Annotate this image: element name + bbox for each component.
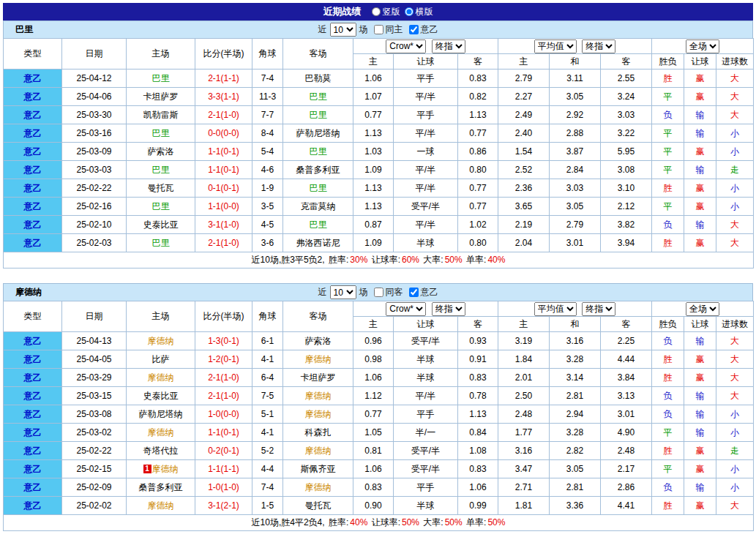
summary-part: 30% [350,255,367,265]
result-goals: 大 [716,332,754,350]
summary-part: 胜率: [326,255,349,265]
avg-home-odds: 1.84 [498,350,550,369]
match-date: 25-03-09 [62,143,127,161]
match-score: 3-3(1-1) [195,88,252,106]
col-corner: 角球 [252,301,283,332]
same-home-label: 同主 [386,23,403,36]
avg-away-odds: 4.90 [601,424,652,442]
col-eu-away: 客 [601,317,652,332]
vertical-layout-radio[interactable] [372,7,381,16]
avg-draw-odds: 3.05 [550,460,601,478]
asian-handicap-line: 一球 [394,143,458,161]
asian-away-odds: 0.80 [458,234,498,252]
match-score: 3-1(1-0) [195,216,252,234]
scope-select[interactable]: 全场 [686,302,719,316]
match-count-select[interactable]: 10 [330,285,356,299]
away-team: 摩德纳 [283,350,353,369]
layout-option-vertical[interactable]: 竖版 [372,6,400,18]
section-header-bar: 巴里 近 10 场 同主 意乙 [3,20,753,38]
scope-header: 全场 [652,39,754,54]
match-count-select[interactable]: 10 [330,23,356,37]
asian-handicap-line: 平手 [394,106,458,124]
match-date: 25-04-12 [62,70,127,88]
euro-average-select[interactable]: 平均值 [534,40,577,53]
league-filter-checkbox[interactable] [409,288,419,297]
odds-stage-select[interactable]: 终指 [432,302,465,316]
asian-home-odds: 1.06 [353,460,394,478]
odds-provider-select[interactable]: Crow* [386,302,426,316]
corner-score: 7-4 [252,478,283,497]
match-date: 25-03-30 [62,106,127,124]
match-date: 25-03-08 [62,405,127,424]
euro-average-select[interactable]: 平均值 [534,302,577,316]
odds-provider-select[interactable]: Crow* [386,40,426,53]
match-score: 0-2(0-1) [195,442,252,460]
asian-handicap-line: 平手 [394,405,458,424]
match-date: 25-02-09 [62,478,127,497]
recent-matches-table: 类型 日期 主场 比分(半场) 角球 客场 Crow* 终指 平均值 终指 [3,301,754,531]
avg-home-odds: 2.52 [498,161,550,179]
euro-stage-select[interactable]: 终指 [582,302,615,316]
asian-away-odds: 0.77 [458,198,498,216]
corner-score: 4-4 [252,460,283,478]
avg-home-odds: 2.40 [498,124,550,143]
corner-score: 5-1 [252,405,283,424]
result-handicap: 赢 [684,369,716,387]
col-eu-draw: 和 [550,317,601,332]
corner-score: 6-4 [252,369,283,387]
home-team: 巴里 [127,70,195,88]
avg-away-odds: 3.24 [601,88,652,106]
result-win-draw-loss: 胜 [652,70,684,88]
league-type-cell: 意乙 [4,478,62,497]
summary-row: 近10场,胜3平5负2, 胜率:30% 让球率:60% 大率:50% 单率:40… [4,252,754,268]
asian-home-odds: 0.81 [353,442,394,460]
result-goals: 大 [716,369,754,387]
result-handicap: 输 [684,387,716,405]
league-type-cell: 意乙 [4,161,62,179]
league-filter-label: 意乙 [421,286,438,298]
match-row: 意乙25-02-22奇塔代拉0-2(0-1)5-2摩德纳0.81受平/半1.08… [4,442,754,460]
match-score: 2-1(1-0) [195,234,252,252]
horizontal-layout-radio[interactable] [405,7,413,16]
avg-home-odds: 2.50 [498,387,550,405]
home-team: 巴里 [127,198,195,216]
league-filter-checkbox[interactable] [409,25,419,34]
avg-draw-odds: 3.28 [550,424,601,442]
league-type-cell: 意乙 [4,350,62,369]
asian-handicap-line: 平/半 [394,124,458,143]
match-score: 1-1(0-1) [195,424,252,442]
match-row: 意乙25-04-05比萨1-2(0-1)4-1摩德纳0.98半球0.911.84… [4,350,754,369]
home-team: 摩德纳 [127,332,195,350]
euro-stage-select[interactable]: 终指 [582,40,615,53]
match-row: 意乙25-02-09桑普多利亚1-0(1-0)7-4摩德纳0.83平手1.062… [4,478,754,497]
match-score: 1-2(0-1) [195,350,252,369]
home-team: 史泰比亚 [127,387,195,405]
asian-handicap-line: 受平/半 [394,332,458,350]
odds-stage-select[interactable]: 终指 [432,40,465,53]
match-score: 2-1(1-0) [195,369,252,387]
scope-select[interactable]: 全场 [686,40,719,53]
top-bar: 近期战绩 竖版 横版 [3,3,753,20]
avg-draw-odds: 3.14 [550,369,601,387]
result-win-draw-loss: 平 [652,424,684,442]
asian-home-odds: 1.13 [353,198,394,216]
avg-home-odds: 3.19 [498,332,550,350]
corner-score: 7-5 [252,387,283,405]
match-row: 意乙25-02-151摩德纳1-1(1-1)4-4斯佩齐亚1.06受平/半0.8… [4,460,754,478]
same-home-checkbox[interactable] [374,25,383,34]
match-date: 25-03-02 [62,424,127,442]
avg-home-odds: 3.16 [498,442,550,460]
away-team: 摩德纳 [283,478,353,497]
avg-draw-odds: 3.11 [550,70,601,88]
match-date: 25-04-05 [62,350,127,369]
asian-handicap-line: 半球 [394,369,458,387]
layout-option-horizontal[interactable]: 横版 [405,6,433,18]
avg-away-odds: 4.44 [601,350,652,369]
same-away-checkbox[interactable] [374,288,383,297]
away-team: 卡坦萨罗 [283,369,353,387]
col-corner: 角球 [252,39,283,70]
avg-away-odds: 3.10 [601,179,652,198]
red-card-badge: 1 [143,465,151,473]
summary-part: 40% [350,517,367,527]
match-row: 意乙25-03-30凯勒雷斯2-1(1-0)7-7巴里0.77平手1.132.4… [4,106,754,124]
